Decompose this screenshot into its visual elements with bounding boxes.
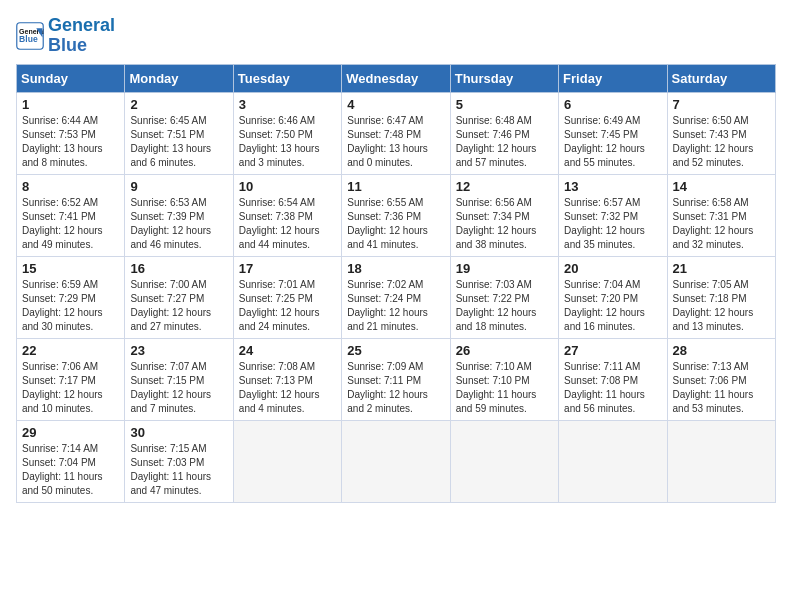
day-number: 25: [347, 343, 444, 358]
day-number: 15: [22, 261, 119, 276]
col-header-wednesday: Wednesday: [342, 64, 450, 92]
day-detail: Sunrise: 6:48 AM Sunset: 7:46 PM Dayligh…: [456, 114, 553, 170]
table-row: 14Sunrise: 6:58 AM Sunset: 7:31 PM Dayli…: [667, 174, 775, 256]
day-number: 29: [22, 425, 119, 440]
table-row: [559, 420, 667, 502]
table-row: 9Sunrise: 6:53 AM Sunset: 7:39 PM Daylig…: [125, 174, 233, 256]
table-row: 12Sunrise: 6:56 AM Sunset: 7:34 PM Dayli…: [450, 174, 558, 256]
table-row: 18Sunrise: 7:02 AM Sunset: 7:24 PM Dayli…: [342, 256, 450, 338]
table-row: 30Sunrise: 7:15 AM Sunset: 7:03 PM Dayli…: [125, 420, 233, 502]
day-number: 9: [130, 179, 227, 194]
day-detail: Sunrise: 7:08 AM Sunset: 7:13 PM Dayligh…: [239, 360, 336, 416]
table-row: 3Sunrise: 6:46 AM Sunset: 7:50 PM Daylig…: [233, 92, 341, 174]
day-detail: Sunrise: 7:15 AM Sunset: 7:03 PM Dayligh…: [130, 442, 227, 498]
day-number: 22: [22, 343, 119, 358]
day-detail: Sunrise: 6:58 AM Sunset: 7:31 PM Dayligh…: [673, 196, 770, 252]
day-detail: Sunrise: 7:03 AM Sunset: 7:22 PM Dayligh…: [456, 278, 553, 334]
day-detail: Sunrise: 7:00 AM Sunset: 7:27 PM Dayligh…: [130, 278, 227, 334]
day-detail: Sunrise: 7:04 AM Sunset: 7:20 PM Dayligh…: [564, 278, 661, 334]
day-detail: Sunrise: 7:13 AM Sunset: 7:06 PM Dayligh…: [673, 360, 770, 416]
day-number: 27: [564, 343, 661, 358]
day-number: 30: [130, 425, 227, 440]
day-number: 21: [673, 261, 770, 276]
day-detail: Sunrise: 6:56 AM Sunset: 7:34 PM Dayligh…: [456, 196, 553, 252]
col-header-thursday: Thursday: [450, 64, 558, 92]
table-row: 29Sunrise: 7:14 AM Sunset: 7:04 PM Dayli…: [17, 420, 125, 502]
day-number: 23: [130, 343, 227, 358]
table-row: 2Sunrise: 6:45 AM Sunset: 7:51 PM Daylig…: [125, 92, 233, 174]
svg-text:Blue: Blue: [19, 34, 38, 44]
table-row: 1Sunrise: 6:44 AM Sunset: 7:53 PM Daylig…: [17, 92, 125, 174]
col-header-friday: Friday: [559, 64, 667, 92]
day-detail: Sunrise: 7:14 AM Sunset: 7:04 PM Dayligh…: [22, 442, 119, 498]
table-row: 4Sunrise: 6:47 AM Sunset: 7:48 PM Daylig…: [342, 92, 450, 174]
col-header-saturday: Saturday: [667, 64, 775, 92]
day-detail: Sunrise: 7:05 AM Sunset: 7:18 PM Dayligh…: [673, 278, 770, 334]
table-row: 26Sunrise: 7:10 AM Sunset: 7:10 PM Dayli…: [450, 338, 558, 420]
day-number: 28: [673, 343, 770, 358]
day-number: 14: [673, 179, 770, 194]
table-row: 5Sunrise: 6:48 AM Sunset: 7:46 PM Daylig…: [450, 92, 558, 174]
table-row: 7Sunrise: 6:50 AM Sunset: 7:43 PM Daylig…: [667, 92, 775, 174]
day-detail: Sunrise: 6:45 AM Sunset: 7:51 PM Dayligh…: [130, 114, 227, 170]
day-number: 8: [22, 179, 119, 194]
day-detail: Sunrise: 6:46 AM Sunset: 7:50 PM Dayligh…: [239, 114, 336, 170]
day-number: 20: [564, 261, 661, 276]
day-detail: Sunrise: 6:44 AM Sunset: 7:53 PM Dayligh…: [22, 114, 119, 170]
table-row: 13Sunrise: 6:57 AM Sunset: 7:32 PM Dayli…: [559, 174, 667, 256]
day-detail: Sunrise: 6:55 AM Sunset: 7:36 PM Dayligh…: [347, 196, 444, 252]
day-detail: Sunrise: 7:01 AM Sunset: 7:25 PM Dayligh…: [239, 278, 336, 334]
day-number: 17: [239, 261, 336, 276]
day-detail: Sunrise: 7:11 AM Sunset: 7:08 PM Dayligh…: [564, 360, 661, 416]
day-detail: Sunrise: 6:53 AM Sunset: 7:39 PM Dayligh…: [130, 196, 227, 252]
table-row: 22Sunrise: 7:06 AM Sunset: 7:17 PM Dayli…: [17, 338, 125, 420]
day-number: 7: [673, 97, 770, 112]
day-number: 16: [130, 261, 227, 276]
day-detail: Sunrise: 6:52 AM Sunset: 7:41 PM Dayligh…: [22, 196, 119, 252]
day-detail: Sunrise: 7:09 AM Sunset: 7:11 PM Dayligh…: [347, 360, 444, 416]
calendar-table: SundayMondayTuesdayWednesdayThursdayFrid…: [16, 64, 776, 503]
logo-text: GeneralBlue: [48, 16, 115, 56]
day-number: 1: [22, 97, 119, 112]
day-detail: Sunrise: 6:54 AM Sunset: 7:38 PM Dayligh…: [239, 196, 336, 252]
table-row: 20Sunrise: 7:04 AM Sunset: 7:20 PM Dayli…: [559, 256, 667, 338]
table-row: 11Sunrise: 6:55 AM Sunset: 7:36 PM Dayli…: [342, 174, 450, 256]
col-header-sunday: Sunday: [17, 64, 125, 92]
table-row: 28Sunrise: 7:13 AM Sunset: 7:06 PM Dayli…: [667, 338, 775, 420]
table-row: 15Sunrise: 6:59 AM Sunset: 7:29 PM Dayli…: [17, 256, 125, 338]
day-number: 18: [347, 261, 444, 276]
day-number: 5: [456, 97, 553, 112]
table-row: [667, 420, 775, 502]
day-detail: Sunrise: 6:59 AM Sunset: 7:29 PM Dayligh…: [22, 278, 119, 334]
day-number: 24: [239, 343, 336, 358]
day-detail: Sunrise: 6:47 AM Sunset: 7:48 PM Dayligh…: [347, 114, 444, 170]
day-number: 3: [239, 97, 336, 112]
day-number: 26: [456, 343, 553, 358]
table-row: 8Sunrise: 6:52 AM Sunset: 7:41 PM Daylig…: [17, 174, 125, 256]
table-row: 23Sunrise: 7:07 AM Sunset: 7:15 PM Dayli…: [125, 338, 233, 420]
table-row: 27Sunrise: 7:11 AM Sunset: 7:08 PM Dayli…: [559, 338, 667, 420]
table-row: 6Sunrise: 6:49 AM Sunset: 7:45 PM Daylig…: [559, 92, 667, 174]
day-detail: Sunrise: 7:06 AM Sunset: 7:17 PM Dayligh…: [22, 360, 119, 416]
logo-icon: General Blue: [16, 22, 44, 50]
day-number: 11: [347, 179, 444, 194]
col-header-tuesday: Tuesday: [233, 64, 341, 92]
day-detail: Sunrise: 6:50 AM Sunset: 7:43 PM Dayligh…: [673, 114, 770, 170]
table-row: 25Sunrise: 7:09 AM Sunset: 7:11 PM Dayli…: [342, 338, 450, 420]
table-row: [342, 420, 450, 502]
day-number: 19: [456, 261, 553, 276]
day-detail: Sunrise: 7:10 AM Sunset: 7:10 PM Dayligh…: [456, 360, 553, 416]
day-number: 4: [347, 97, 444, 112]
table-row: 21Sunrise: 7:05 AM Sunset: 7:18 PM Dayli…: [667, 256, 775, 338]
day-number: 2: [130, 97, 227, 112]
day-number: 13: [564, 179, 661, 194]
day-number: 10: [239, 179, 336, 194]
table-row: 24Sunrise: 7:08 AM Sunset: 7:13 PM Dayli…: [233, 338, 341, 420]
day-detail: Sunrise: 7:07 AM Sunset: 7:15 PM Dayligh…: [130, 360, 227, 416]
day-number: 6: [564, 97, 661, 112]
col-header-monday: Monday: [125, 64, 233, 92]
day-detail: Sunrise: 6:49 AM Sunset: 7:45 PM Dayligh…: [564, 114, 661, 170]
logo: General Blue GeneralBlue: [16, 16, 115, 56]
table-row: 16Sunrise: 7:00 AM Sunset: 7:27 PM Dayli…: [125, 256, 233, 338]
table-row: 10Sunrise: 6:54 AM Sunset: 7:38 PM Dayli…: [233, 174, 341, 256]
